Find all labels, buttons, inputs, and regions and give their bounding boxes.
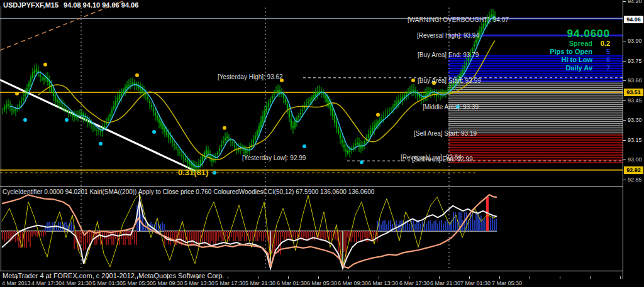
price-tick-label: 94.20 xyxy=(628,0,642,4)
current-price: 94.0600 xyxy=(478,28,610,40)
time-tick-mark xyxy=(348,276,349,279)
info-row-pips-to-open: Pips to Open5 xyxy=(478,48,610,56)
buy-signal-dot xyxy=(65,118,69,122)
price-tick-mark xyxy=(623,100,626,101)
time-tick-label: 6 Mar 05:30 xyxy=(307,280,337,286)
sell-signal-dot xyxy=(43,63,47,67)
time-tick-mark xyxy=(318,276,319,279)
trade-info-rows: Spread0.2Pips to Open5Hi to Low6Daily Av… xyxy=(478,40,610,72)
info-row-hi-to-low: Hi to Low6 xyxy=(478,56,610,64)
time-tick-mark xyxy=(288,276,289,279)
price-tick-mark xyxy=(623,61,626,62)
time-tick-mark xyxy=(499,276,500,279)
price-tick-label: 93.60 xyxy=(628,77,642,84)
sell-signal-dot xyxy=(135,73,139,77)
time-tick-label: 5 Mar 09:30 xyxy=(153,280,183,286)
candle-wicks xyxy=(3,9,495,173)
price-tick-mark xyxy=(623,1,626,2)
time-tick-mark xyxy=(258,276,258,279)
time-tick-label: 4 Mar 21:30 xyxy=(62,280,92,286)
sell-signal-dot xyxy=(411,79,415,82)
candle-bodies xyxy=(3,14,495,169)
slow-ma-line xyxy=(38,41,495,160)
sell-signal-dot xyxy=(376,113,380,117)
price-tick-mark xyxy=(623,160,626,160)
price-tick-label: 93.15 xyxy=(628,137,642,143)
ohlc-values: 94.08 94.10 94.06 94.06 xyxy=(64,1,138,9)
chart-left-border xyxy=(1,6,1,271)
buy-signal-dot xyxy=(152,130,156,134)
time-tick-mark xyxy=(439,276,440,279)
price-tick-label: 93.90 xyxy=(628,38,642,44)
time-tick-mark xyxy=(469,276,470,279)
price-highlight-box: 94.06 xyxy=(624,16,643,23)
info-row-label: Pips to Open xyxy=(478,48,592,56)
info-row-value: 7 xyxy=(592,64,610,72)
time-tick-label: 5 Mar 17:30 xyxy=(215,280,245,286)
time-tick-mark xyxy=(590,276,591,279)
time-tick-mark xyxy=(530,276,530,279)
price-tick-label: 93.45 xyxy=(628,97,642,104)
time-tick-label: 5 Mar 05:30 xyxy=(123,280,153,286)
time-tick-label: 4 Mar 17:30 xyxy=(31,280,62,286)
time-tick-mark xyxy=(560,276,560,279)
symbol-timeframe-label: USDJPYFXF,M15 xyxy=(3,1,58,9)
price-tick-mark xyxy=(623,140,626,141)
info-row-label: Daily Av xyxy=(478,64,592,72)
price-tick-mark xyxy=(623,120,626,121)
info-row-daily-av: Daily Av7 xyxy=(478,64,610,72)
buy-signal-dot xyxy=(23,118,27,122)
platform-copyright: MetaTrader 4 at FOREX.com, c 2001-2012, … xyxy=(3,272,224,279)
chart-title: USDJPYFXF,M1594.08 94.10 94.06 94.06 xyxy=(3,1,138,9)
indicator-header: CycleIdentifier 0.0000 94.0201 Kairi(SMA… xyxy=(3,188,374,195)
price-highlight-box: 93.51 xyxy=(624,89,643,96)
buy-signal-dot xyxy=(303,144,306,148)
time-tick-label: 7 Mar 05:30 xyxy=(492,280,522,286)
buy-signal-dot xyxy=(456,105,460,109)
info-row-value: 0.2 xyxy=(592,40,610,48)
price-tick-mark xyxy=(623,180,626,180)
time-tick-label: 6 Mar 21:30 xyxy=(430,280,460,286)
sell-signal-dot xyxy=(15,92,19,95)
mt4-chart-window: [WARNING! OVERBOUGHT]: 94.07[Reversal Hi… xyxy=(0,0,644,287)
price-highlight-box: 92.92 xyxy=(624,166,643,174)
info-row-spread: Spread0.2 xyxy=(478,40,610,48)
price-tick-label: 93.30 xyxy=(628,117,642,123)
cci-histogram-positive xyxy=(45,205,496,231)
price-tick-mark xyxy=(623,41,626,41)
time-tick-label: 5 Mar 01:30 xyxy=(92,280,123,286)
price-tick-label: 93.75 xyxy=(628,58,642,64)
price-tick-mark xyxy=(623,80,626,81)
time-tick-mark xyxy=(409,276,409,279)
buy-signal-dot xyxy=(99,142,103,146)
time-tick-mark xyxy=(228,276,228,279)
time-tick-label: 6 Mar 09:30 xyxy=(338,280,368,286)
info-row-value: 5 xyxy=(592,48,610,56)
time-tick-label: 5 Mar 13:30 xyxy=(184,280,214,286)
price-tick-label: 92.85 xyxy=(628,176,642,183)
time-tick-mark xyxy=(620,276,621,279)
info-row-label: Spread xyxy=(478,40,592,48)
price-tick-label: 93.00 xyxy=(628,156,642,163)
time-tick-label: 6 Mar 01:30 xyxy=(277,280,307,286)
info-row-label: Hi to Low xyxy=(478,56,592,64)
kairi-line xyxy=(2,194,497,267)
sell-signal-dot xyxy=(432,81,436,85)
sell-signal-dot xyxy=(223,126,226,130)
main-indicator-divider xyxy=(0,187,623,187)
time-tick-label: 4 Mar 2013 xyxy=(2,280,31,286)
info-row-value: 6 xyxy=(592,56,610,64)
sell-signal-dot xyxy=(280,79,284,82)
indicator-bottom-border xyxy=(0,271,623,271)
time-tick-label: 6 Mar 17:30 xyxy=(399,280,430,286)
time-tick-mark xyxy=(379,276,379,279)
trade-info-panel: 94.0600 Spread0.2Pips to Open5Hi to Low6… xyxy=(478,28,610,72)
time-tick-label: 5 Mar 21:30 xyxy=(245,280,275,286)
time-tick-label: 6 Mar 13:30 xyxy=(368,280,398,286)
price-axis[interactable]: 94.2093.9093.7593.6093.4593.3093.1593.00… xyxy=(623,0,644,287)
time-tick-label: 7 Mar 01:30 xyxy=(460,280,491,286)
